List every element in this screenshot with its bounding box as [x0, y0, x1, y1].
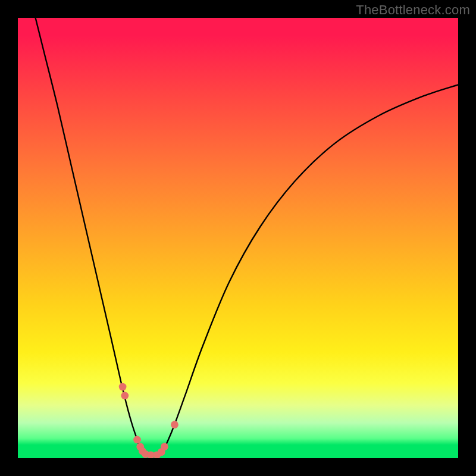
bottleneck-curve [36, 18, 458, 456]
plot-area [18, 18, 458, 458]
data-marker [119, 383, 127, 391]
data-marker [171, 421, 178, 428]
curve-svg [18, 18, 458, 458]
data-marker [121, 392, 129, 400]
data-marker [161, 443, 168, 450]
data-markers [119, 383, 178, 458]
chart-frame: TheBottleneck.com [0, 0, 476, 476]
data-marker [133, 436, 141, 444]
watermark-label: TheBottleneck.com [356, 2, 470, 18]
